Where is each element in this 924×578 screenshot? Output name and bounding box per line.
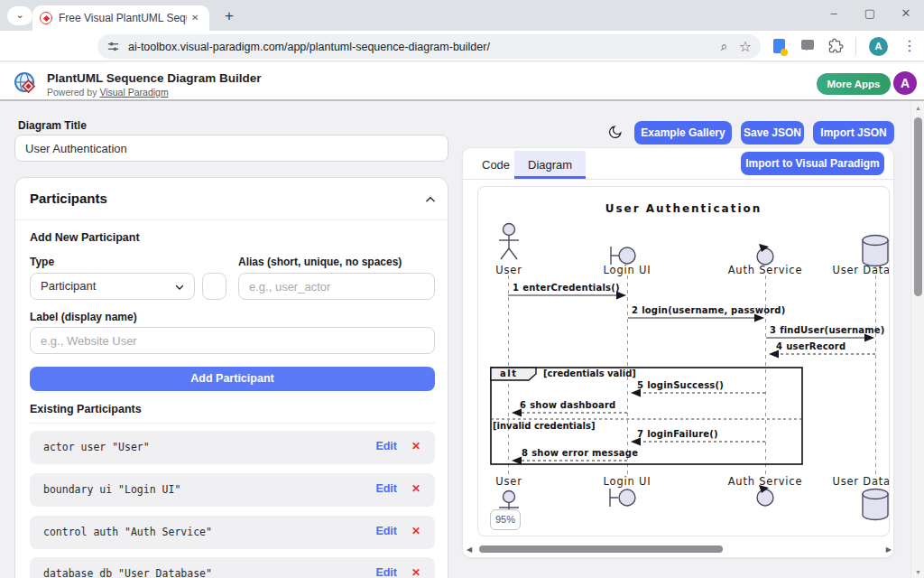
lifeline-label-auth-service-bottom: Auth Service bbox=[728, 475, 803, 488]
diagram-title-label: Diagram Title bbox=[18, 119, 87, 132]
comments-extension-icon[interactable] bbox=[801, 40, 814, 50]
message-seq: 4 bbox=[776, 341, 782, 351]
url-text[interactable]: ai-toolbox.visual-paradigm.com/app/plant… bbox=[128, 41, 710, 53]
scroll-up-icon[interactable]: ▲ bbox=[911, 105, 924, 111]
tabs-divider bbox=[463, 179, 893, 180]
horizontal-scroll-thumb[interactable] bbox=[479, 545, 723, 553]
delete-participant-icon[interactable]: ✕ bbox=[411, 525, 420, 537]
edit-participant-link[interactable]: Edit bbox=[375, 566, 397, 578]
alias-input[interactable] bbox=[238, 273, 435, 300]
message-label: 2login(username, password) bbox=[632, 305, 785, 315]
message-seq: 7 bbox=[637, 429, 643, 439]
delete-participant-icon[interactable]: ✕ bbox=[411, 482, 420, 495]
page-title: PlantUML Sequence Diagram Builder bbox=[47, 71, 262, 85]
fragment-operator: alt bbox=[500, 368, 517, 378]
zoom-page-icon[interactable]: ⌕ bbox=[721, 39, 728, 54]
lifeline-label-user-database: User Database bbox=[832, 264, 890, 276]
participant-row: actor user "User" Edit ✕ bbox=[30, 431, 435, 464]
type-select-value: Participant bbox=[41, 279, 96, 293]
site-settings-icon[interactable] bbox=[106, 40, 120, 53]
chevron-down-icon bbox=[174, 282, 185, 293]
address-bar[interactable]: ai-toolbox.visual-paradigm.com/app/plant… bbox=[97, 34, 761, 59]
edit-participant-link[interactable]: Edit bbox=[375, 440, 397, 452]
lifeline-label-login-ui: Login UI bbox=[604, 264, 651, 276]
extensions-puzzle-icon[interactable] bbox=[828, 38, 844, 53]
toolbar-separator bbox=[855, 37, 856, 55]
bookmark-star-icon[interactable]: ☆ bbox=[739, 38, 752, 55]
tab-close-icon[interactable]: ✕ bbox=[189, 11, 203, 25]
message-text: show error message bbox=[531, 448, 638, 458]
import-json-button[interactable]: Import JSON bbox=[813, 121, 894, 144]
participant-row: control auth "Auth Service" Edit ✕ bbox=[30, 516, 435, 549]
more-apps-button[interactable]: More Apps bbox=[817, 73, 891, 95]
visual-paradigm-logo bbox=[13, 70, 38, 96]
save-json-button[interactable]: Save JSON bbox=[741, 121, 804, 144]
message-seq: 8 bbox=[522, 448, 528, 458]
browser-profile-avatar[interactable]: A bbox=[869, 37, 888, 56]
example-gallery-button[interactable]: Example Gallery bbox=[634, 121, 732, 144]
tab-diagram[interactable]: Diagram bbox=[514, 151, 586, 179]
participants-heading: Participants bbox=[30, 191, 107, 206]
diagram-title: User Authentication bbox=[478, 202, 889, 215]
message-text: findUser(username) bbox=[780, 325, 884, 335]
scroll-right-icon[interactable]: ▶ bbox=[886, 545, 892, 554]
tab-title: Free Visual PlantUML Sequence bbox=[59, 12, 187, 24]
add-participant-button[interactable]: Add Participant bbox=[30, 367, 435, 391]
participant-color-input[interactable] bbox=[202, 273, 226, 300]
section-divider bbox=[15, 219, 448, 220]
fragment-guard-valid: [credentials valid] bbox=[543, 368, 636, 378]
type-label: Type bbox=[30, 256, 54, 268]
diagram-title-input[interactable] bbox=[14, 135, 448, 162]
vertical-scrollbar[interactable]: ▲ ▼ bbox=[910, 102, 924, 578]
scroll-left-icon[interactable]: ◀ bbox=[467, 545, 472, 554]
participant-code: actor user "User" bbox=[43, 441, 150, 453]
participant-row: database db "User Database" Edit ✕ bbox=[30, 557, 435, 578]
list-divider bbox=[30, 423, 435, 424]
alias-label: Alias (short, unique, no spaces) bbox=[238, 256, 402, 268]
import-to-vp-button[interactable]: Import to Visual Paradigm bbox=[741, 152, 884, 175]
scroll-down-icon[interactable]: ▼ bbox=[911, 569, 924, 575]
zoom-level-badge: 95% bbox=[490, 509, 521, 530]
delete-participant-icon[interactable]: ✕ bbox=[411, 440, 420, 452]
message-seq: 1 bbox=[513, 283, 519, 293]
lifeline-label-user: User bbox=[495, 264, 522, 276]
vertical-scroll-thumb[interactable] bbox=[914, 117, 922, 296]
message-text: show dashboard bbox=[530, 400, 615, 410]
participants-card: Participants Add New Participant Type Al… bbox=[14, 177, 448, 578]
horizontal-scrollbar[interactable]: ◀ ▶ bbox=[467, 543, 892, 555]
site-favicon-icon bbox=[40, 12, 52, 24]
message-text: userRecord bbox=[786, 341, 845, 351]
message-label: 7loginFailure() bbox=[637, 429, 718, 439]
message-label: 8show error message bbox=[522, 448, 638, 458]
collapse-chevron-icon[interactable] bbox=[424, 193, 437, 206]
message-label: 3findUser(username) bbox=[770, 325, 885, 335]
message-seq: 5 bbox=[637, 380, 643, 390]
browser-tab[interactable]: Free Visual PlantUML Sequence ✕ bbox=[32, 5, 209, 31]
window-minimize-button[interactable]: – bbox=[816, 0, 852, 27]
dark-mode-moon-icon[interactable] bbox=[607, 125, 623, 140]
message-seq: 6 bbox=[520, 400, 526, 410]
window-maximize-button[interactable]: ▢ bbox=[852, 0, 888, 27]
message-seq: 3 bbox=[770, 325, 776, 335]
edit-participant-link[interactable]: Edit bbox=[375, 482, 397, 495]
editor-panel: Code Diagram Import to Visual Paradigm bbox=[462, 147, 894, 558]
powered-by: Powered by Visual Paradigm bbox=[47, 87, 169, 98]
display-name-input[interactable] bbox=[30, 327, 435, 354]
edit-participant-link[interactable]: Edit bbox=[375, 525, 397, 537]
message-text: loginFailure() bbox=[647, 429, 718, 439]
window-close-button[interactable]: ✕ bbox=[888, 0, 924, 27]
type-select[interactable]: Participant bbox=[30, 273, 195, 300]
visual-paradigm-link[interactable]: Visual Paradigm bbox=[99, 87, 168, 98]
message-seq: 2 bbox=[632, 305, 638, 315]
new-tab-button[interactable]: + bbox=[219, 6, 239, 26]
delete-participant-icon[interactable]: ✕ bbox=[411, 566, 420, 578]
chrome-menu-icon[interactable]: ⋮ bbox=[902, 37, 917, 54]
tab-search-button[interactable]: ⌄ bbox=[7, 6, 32, 25]
user-avatar[interactable]: A bbox=[893, 71, 917, 95]
sequence-diagram-graphics bbox=[478, 187, 890, 536]
message-text: loginSuccess() bbox=[647, 380, 724, 390]
side-panel-icon[interactable] bbox=[773, 39, 785, 53]
diagram-canvas[interactable]: User Authentication User Login UI Auth S… bbox=[477, 186, 890, 536]
message-text: enterCredentials() bbox=[522, 283, 620, 293]
message-label: 1enterCredentials() bbox=[513, 283, 620, 293]
